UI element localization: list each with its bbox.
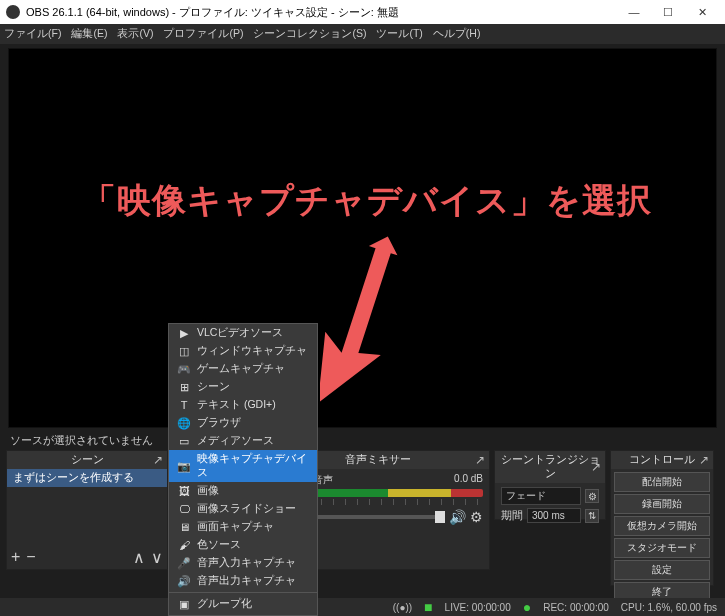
transition-select[interactable]: フェード: [501, 487, 581, 505]
source-type-icon: ⊞: [177, 381, 191, 394]
context-menu-item[interactable]: ▭メディアソース: [169, 432, 317, 450]
scene-list[interactable]: まずはシーンを作成する: [7, 469, 167, 546]
speaker-icon[interactable]: 🔊: [449, 509, 466, 525]
context-menu-label: 画像スライドショー: [197, 502, 296, 516]
scenes-header: シーン ↗: [7, 451, 167, 469]
popout-icon[interactable]: ↗: [699, 453, 709, 467]
context-menu-label: 音声出力キャプチャ: [197, 574, 296, 588]
source-type-icon: 🖌: [177, 539, 191, 551]
scene-item[interactable]: まずはシーンを作成する: [7, 469, 167, 487]
statusbar: ((●)) ■ LIVE: 00:00:00 ● REC: 00:00:00 C…: [0, 598, 725, 616]
context-menu-label: 画面キャプチャ: [197, 520, 274, 534]
context-menu-label: メディアソース: [197, 434, 274, 448]
annotation-text: 「映像キャプチャデバイス」を選択: [18, 178, 715, 224]
cpu-stats: CPU: 1.6%, 60.00 fps: [621, 602, 717, 613]
menu-edit[interactable]: 編集(E): [71, 27, 107, 41]
context-menu-item[interactable]: 🎤音声入力キャプチャ: [169, 554, 317, 572]
menubar: ファイル(F) 編集(E) 表示(V) プロファイル(P) シーンコレクション(…: [0, 24, 725, 44]
mixer-db-value: 0.0 dB: [454, 473, 483, 487]
context-menu-label: VLCビデオソース: [197, 326, 283, 340]
context-menu-label: ブラウザ: [197, 416, 241, 430]
start-record-button[interactable]: 録画開始: [614, 494, 710, 514]
menu-tools[interactable]: ツール(T): [376, 27, 422, 41]
context-menu-label: ゲームキャプチャ: [197, 362, 285, 376]
context-menu-item[interactable]: 📷映像キャプチャデバイス: [169, 450, 317, 482]
menu-profile[interactable]: プロファイル(P): [163, 27, 243, 41]
source-type-icon: T: [177, 399, 191, 411]
context-menu-item[interactable]: 🌐ブラウザ: [169, 414, 317, 432]
context-menu-item[interactable]: ⊞シーン: [169, 378, 317, 396]
add-source-context-menu: ▶VLCビデオソース◫ウィンドウキャプチャ🎮ゲームキャプチャ⊞シーンTテキスト …: [168, 323, 318, 616]
remove-scene-button[interactable]: −: [26, 548, 35, 567]
context-menu-item[interactable]: 🖥画面キャプチャ: [169, 518, 317, 536]
context-menu-label: テキスト (GDI+): [197, 398, 276, 412]
popout-icon[interactable]: ↗: [475, 453, 485, 467]
titlebar: OBS 26.1.1 (64-bit, windows) - プロファイル: ツ…: [0, 0, 725, 24]
scene-up-button[interactable]: ∧: [133, 548, 145, 567]
rec-time: REC: 00:00:00: [543, 602, 609, 613]
transitions-panel: シーントランジション ↗ フェード ⚙ 期間 300 ms ⇅: [494, 450, 606, 520]
context-menu-label: 色ソース: [197, 538, 241, 552]
source-type-icon: 🔊: [177, 575, 191, 588]
add-scene-button[interactable]: +: [11, 548, 20, 567]
menu-view[interactable]: 表示(V): [117, 27, 153, 41]
context-menu-label: シーン: [197, 380, 230, 394]
transition-settings-button[interactable]: ⚙: [585, 489, 599, 503]
menu-file[interactable]: ファイル(F): [4, 27, 61, 41]
app-icon: [6, 5, 20, 19]
context-menu-item[interactable]: 🖵画像スライドショー: [169, 500, 317, 518]
menu-scene-collection[interactable]: シーンコレクション(S): [253, 27, 366, 41]
minimize-button[interactable]: —: [617, 0, 651, 24]
controls-header: コントロール ↗: [611, 451, 713, 469]
source-type-icon: ◫: [177, 345, 191, 358]
context-menu-label: 映像キャプチャデバイス: [197, 452, 309, 480]
context-menu-group[interactable]: ▣グループ化: [169, 595, 317, 613]
transitions-header: シーントランジション ↗: [495, 451, 605, 483]
studio-mode-button[interactable]: スタジオモード: [614, 538, 710, 558]
window-title: OBS 26.1.1 (64-bit, windows) - プロファイル: ツ…: [26, 5, 399, 20]
maximize-button[interactable]: ☐: [651, 0, 685, 24]
context-menu-label: 画像: [197, 484, 219, 498]
controls-panel: コントロール ↗ 配信開始 録画開始 仮想カメラ開始 スタジオモード 設定 終了: [610, 450, 714, 586]
group-icon: ▣: [177, 598, 191, 611]
source-type-icon: 📷: [177, 460, 191, 473]
rec-indicator-icon: ●: [523, 599, 531, 615]
scenes-panel: シーン ↗ まずはシーンを作成する + − ∧ ∨: [6, 450, 168, 570]
context-menu-item[interactable]: 🎮ゲームキャプチャ: [169, 360, 317, 378]
context-menu-label: 音声入力キャプチャ: [197, 556, 296, 570]
menu-help[interactable]: ヘルプ(H): [433, 27, 481, 41]
source-type-icon: ▭: [177, 435, 191, 448]
context-menu-item[interactable]: 🔊音声出力キャプチャ: [169, 572, 317, 590]
signal-icon: ((●)): [393, 602, 412, 613]
popout-icon[interactable]: ↗: [153, 453, 163, 467]
settings-button[interactable]: 設定: [614, 560, 710, 580]
scene-down-button[interactable]: ∨: [151, 548, 163, 567]
duration-label: 期間: [501, 508, 523, 523]
context-menu-item[interactable]: ◫ウィンドウキャプチャ: [169, 342, 317, 360]
context-menu-item[interactable]: Tテキスト (GDI+): [169, 396, 317, 414]
source-type-icon: 🖼: [177, 485, 191, 497]
source-type-icon: 🎤: [177, 557, 191, 570]
start-virtualcam-button[interactable]: 仮想カメラ開始: [614, 516, 710, 536]
live-time: LIVE: 00:00:00: [445, 602, 511, 613]
live-indicator-icon: ■: [424, 599, 432, 615]
context-menu-label: グループ化: [197, 597, 252, 611]
source-type-icon: 🖥: [177, 521, 191, 533]
context-menu-item[interactable]: ▶VLCビデオソース: [169, 324, 317, 342]
popout-icon[interactable]: ↗: [591, 460, 601, 474]
duration-stepper[interactable]: ⇅: [585, 509, 599, 523]
source-type-icon: 🌐: [177, 417, 191, 430]
start-stream-button[interactable]: 配信開始: [614, 472, 710, 492]
close-button[interactable]: ✕: [685, 0, 719, 24]
annotation-arrow-icon: [320, 232, 400, 412]
context-menu-item[interactable]: 🖼画像: [169, 482, 317, 500]
source-type-icon: ▶: [177, 327, 191, 340]
duration-input[interactable]: 300 ms: [527, 508, 581, 523]
context-menu-item[interactable]: 🖌色ソース: [169, 536, 317, 554]
no-source-notice: ソースが選択されていません: [0, 432, 725, 450]
gear-icon[interactable]: ⚙: [470, 509, 483, 525]
context-menu-label: ウィンドウキャプチャ: [197, 344, 307, 358]
source-type-icon: 🎮: [177, 363, 191, 376]
source-type-icon: 🖵: [177, 503, 191, 515]
